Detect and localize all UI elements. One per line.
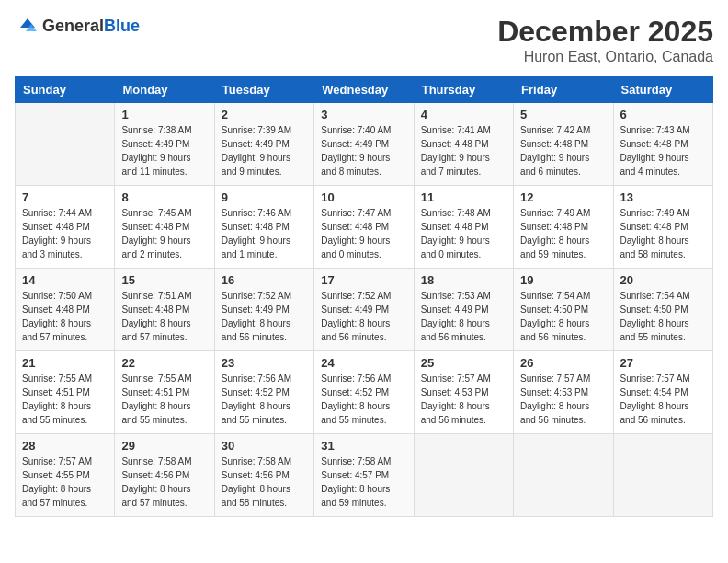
day-info: Sunrise: 7:51 AM Sunset: 4:48 PM Dayligh… (121, 289, 207, 344)
day-info: Sunrise: 7:57 AM Sunset: 4:54 PM Dayligh… (620, 372, 706, 427)
calendar-cell: 2Sunrise: 7:39 AM Sunset: 4:49 PM Daylig… (214, 103, 313, 186)
day-info: Sunrise: 7:57 AM Sunset: 4:53 PM Dayligh… (421, 372, 506, 427)
calendar-cell: 8Sunrise: 7:45 AM Sunset: 4:48 PM Daylig… (115, 186, 214, 269)
day-info: Sunrise: 7:58 AM Sunset: 4:56 PM Dayligh… (222, 454, 307, 510)
calendar-cell: 27Sunrise: 7:57 AM Sunset: 4:54 PM Dayli… (613, 351, 712, 434)
day-info: Sunrise: 7:55 AM Sunset: 4:51 PM Dayligh… (22, 372, 108, 427)
day-number: 25 (421, 356, 506, 370)
day-info: Sunrise: 7:56 AM Sunset: 4:52 PM Dayligh… (321, 372, 406, 427)
day-info: Sunrise: 7:48 AM Sunset: 4:48 PM Dayligh… (421, 206, 506, 261)
day-info: Sunrise: 7:52 AM Sunset: 4:49 PM Dayligh… (222, 289, 307, 344)
day-info: Sunrise: 7:49 AM Sunset: 4:48 PM Dayligh… (520, 206, 606, 261)
day-number: 24 (321, 356, 406, 370)
day-number: 17 (321, 273, 406, 287)
logo-icon (17, 15, 39, 37)
day-number: 2 (222, 108, 307, 121)
month-title: December 2025 (497, 15, 713, 49)
week-row-4: 21Sunrise: 7:55 AM Sunset: 4:51 PM Dayli… (16, 351, 713, 434)
day-info: Sunrise: 7:55 AM Sunset: 4:51 PM Dayligh… (121, 372, 207, 427)
day-info: Sunrise: 7:57 AM Sunset: 4:53 PM Dayligh… (520, 372, 606, 427)
day-info: Sunrise: 7:44 AM Sunset: 4:48 PM Dayligh… (22, 206, 108, 261)
day-info: Sunrise: 7:58 AM Sunset: 4:57 PM Dayligh… (321, 454, 406, 510)
page-header: GeneralBlue December 2025 Huron East, On… (15, 15, 713, 65)
day-info: Sunrise: 7:41 AM Sunset: 4:48 PM Dayligh… (421, 123, 506, 178)
day-number: 12 (520, 190, 606, 204)
calendar-cell: 5Sunrise: 7:42 AM Sunset: 4:48 PM Daylig… (514, 103, 613, 186)
week-row-3: 14Sunrise: 7:50 AM Sunset: 4:48 PM Dayli… (16, 269, 713, 351)
day-number: 6 (620, 108, 706, 121)
day-number: 11 (421, 190, 506, 204)
day-number: 21 (22, 356, 108, 370)
calendar-cell: 19Sunrise: 7:54 AM Sunset: 4:50 PM Dayli… (514, 269, 613, 351)
day-info: Sunrise: 7:46 AM Sunset: 4:48 PM Dayligh… (222, 206, 307, 261)
day-info: Sunrise: 7:45 AM Sunset: 4:48 PM Dayligh… (121, 206, 207, 261)
calendar-table: SundayMondayTuesdayWednesdayThursdayFrid… (15, 76, 713, 517)
day-info: Sunrise: 7:57 AM Sunset: 4:55 PM Dayligh… (22, 454, 108, 510)
weekday-header-row: SundayMondayTuesdayWednesdayThursdayFrid… (16, 77, 713, 103)
day-info: Sunrise: 7:42 AM Sunset: 4:48 PM Dayligh… (520, 123, 606, 178)
calendar-cell (514, 434, 613, 517)
location-title: Huron East, Ontario, Canada (497, 49, 713, 65)
calendar-cell (16, 103, 115, 186)
day-number: 14 (22, 273, 108, 287)
day-info: Sunrise: 7:40 AM Sunset: 4:49 PM Dayligh… (321, 123, 406, 178)
calendar-cell: 7Sunrise: 7:44 AM Sunset: 4:48 PM Daylig… (16, 186, 115, 269)
calendar-cell: 4Sunrise: 7:41 AM Sunset: 4:48 PM Daylig… (414, 103, 513, 186)
week-row-5: 28Sunrise: 7:57 AM Sunset: 4:55 PM Dayli… (16, 434, 713, 517)
day-number: 5 (520, 108, 606, 121)
day-info: Sunrise: 7:54 AM Sunset: 4:50 PM Dayligh… (620, 289, 706, 344)
day-info: Sunrise: 7:58 AM Sunset: 4:56 PM Dayligh… (121, 454, 207, 510)
day-number: 9 (222, 190, 307, 204)
day-info: Sunrise: 7:49 AM Sunset: 4:48 PM Dayligh… (620, 206, 706, 261)
day-number: 15 (121, 273, 207, 287)
logo-general: GeneralBlue (42, 17, 140, 36)
calendar-cell: 10Sunrise: 7:47 AM Sunset: 4:48 PM Dayli… (314, 186, 414, 269)
calendar-cell: 31Sunrise: 7:58 AM Sunset: 4:57 PM Dayli… (314, 434, 414, 517)
day-number: 18 (421, 273, 506, 287)
day-info: Sunrise: 7:50 AM Sunset: 4:48 PM Dayligh… (22, 289, 108, 344)
weekday-header-saturday: Saturday (613, 77, 712, 103)
day-info: Sunrise: 7:47 AM Sunset: 4:48 PM Dayligh… (321, 206, 406, 261)
weekday-header-wednesday: Wednesday (314, 77, 414, 103)
day-number: 4 (421, 108, 506, 121)
day-info: Sunrise: 7:56 AM Sunset: 4:52 PM Dayligh… (222, 372, 307, 427)
calendar-cell: 28Sunrise: 7:57 AM Sunset: 4:55 PM Dayli… (16, 434, 115, 517)
calendar-cell: 12Sunrise: 7:49 AM Sunset: 4:48 PM Dayli… (514, 186, 613, 269)
weekday-header-sunday: Sunday (16, 77, 115, 103)
calendar-cell: 13Sunrise: 7:49 AM Sunset: 4:48 PM Dayli… (613, 186, 712, 269)
day-number: 29 (121, 439, 207, 453)
weekday-header-tuesday: Tuesday (214, 77, 313, 103)
day-number: 19 (520, 273, 606, 287)
day-number: 23 (222, 356, 307, 370)
day-number: 22 (121, 356, 207, 370)
day-number: 20 (620, 273, 706, 287)
day-info: Sunrise: 7:43 AM Sunset: 4:48 PM Dayligh… (620, 123, 706, 178)
calendar-cell: 26Sunrise: 7:57 AM Sunset: 4:53 PM Dayli… (514, 351, 613, 434)
day-number: 3 (321, 108, 406, 121)
week-row-2: 7Sunrise: 7:44 AM Sunset: 4:48 PM Daylig… (16, 186, 713, 269)
calendar-cell (613, 434, 712, 517)
calendar-cell: 24Sunrise: 7:56 AM Sunset: 4:52 PM Dayli… (314, 351, 414, 434)
calendar-cell: 21Sunrise: 7:55 AM Sunset: 4:51 PM Dayli… (16, 351, 115, 434)
calendar-cell: 17Sunrise: 7:52 AM Sunset: 4:49 PM Dayli… (314, 269, 414, 351)
weekday-header-monday: Monday (115, 77, 214, 103)
logo-text-blue: Blue (104, 17, 140, 35)
calendar-cell: 11Sunrise: 7:48 AM Sunset: 4:48 PM Dayli… (414, 186, 513, 269)
calendar-cell (414, 434, 513, 517)
calendar-cell: 23Sunrise: 7:56 AM Sunset: 4:52 PM Dayli… (214, 351, 313, 434)
calendar-cell: 6Sunrise: 7:43 AM Sunset: 4:48 PM Daylig… (613, 103, 712, 186)
title-area: December 2025 Huron East, Ontario, Canad… (497, 15, 713, 65)
calendar-cell: 22Sunrise: 7:55 AM Sunset: 4:51 PM Dayli… (115, 351, 214, 434)
day-info: Sunrise: 7:52 AM Sunset: 4:49 PM Dayligh… (321, 289, 406, 344)
calendar-cell: 30Sunrise: 7:58 AM Sunset: 4:56 PM Dayli… (214, 434, 313, 517)
day-number: 10 (321, 190, 406, 204)
day-info: Sunrise: 7:38 AM Sunset: 4:49 PM Dayligh… (121, 123, 207, 178)
calendar-cell: 14Sunrise: 7:50 AM Sunset: 4:48 PM Dayli… (16, 269, 115, 351)
calendar-cell: 18Sunrise: 7:53 AM Sunset: 4:49 PM Dayli… (414, 269, 513, 351)
day-number: 27 (620, 356, 706, 370)
day-info: Sunrise: 7:39 AM Sunset: 4:49 PM Dayligh… (222, 123, 307, 178)
day-number: 13 (620, 190, 706, 204)
calendar-cell: 3Sunrise: 7:40 AM Sunset: 4:49 PM Daylig… (314, 103, 414, 186)
calendar-cell: 29Sunrise: 7:58 AM Sunset: 4:56 PM Dayli… (115, 434, 214, 517)
day-number: 31 (321, 439, 406, 453)
